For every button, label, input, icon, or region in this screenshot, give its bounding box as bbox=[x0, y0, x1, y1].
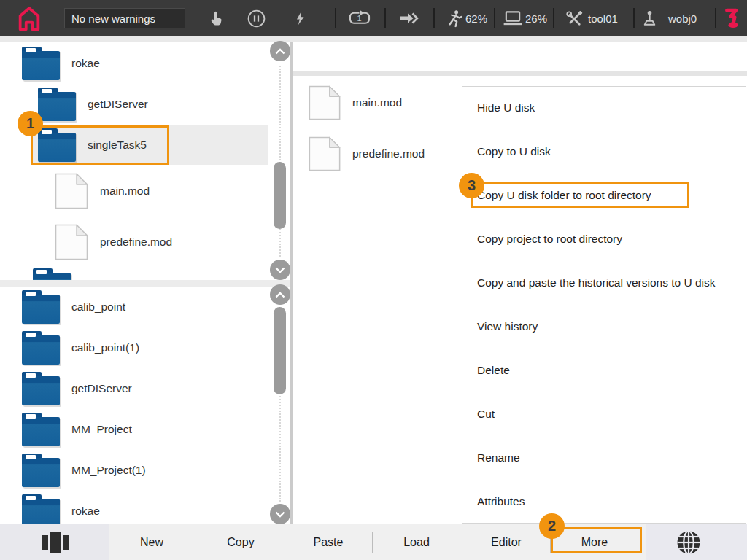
editor-button[interactable]: Editor bbox=[462, 524, 550, 560]
scrollbar-thumb[interactable] bbox=[274, 162, 286, 229]
robot-arm-icon bbox=[723, 7, 742, 30]
lightning-icon bbox=[293, 9, 309, 27]
scroll-up-button[interactable] bbox=[270, 284, 290, 305]
copy-button[interactable]: Copy bbox=[197, 524, 285, 560]
paste-button[interactable]: Paste bbox=[285, 524, 372, 560]
partial-tree-row[interactable] bbox=[0, 268, 277, 280]
fast-forward-icon bbox=[399, 11, 421, 26]
menu-item-cut[interactable]: Cut bbox=[477, 408, 495, 420]
file-icon bbox=[55, 224, 88, 260]
panel-toggle-button[interactable] bbox=[0, 524, 109, 560]
wobj-value: wobj0 bbox=[668, 0, 697, 36]
header-strip bbox=[0, 36, 747, 42]
globe-icon bbox=[675, 529, 703, 556]
robot-menu-button[interactable] bbox=[722, 6, 743, 31]
scroll-down-button[interactable] bbox=[270, 504, 290, 524]
topbar-separator bbox=[335, 8, 336, 28]
menu-item-view-history[interactable]: View history bbox=[477, 321, 538, 332]
topbar-separator bbox=[384, 8, 386, 28]
list-label: getDIServer bbox=[71, 383, 132, 394]
scrollbar-thumb[interactable] bbox=[274, 307, 286, 394]
menu-item-rename[interactable]: Rename bbox=[477, 452, 520, 464]
folder-icon bbox=[38, 88, 76, 121]
jog-mode-button[interactable] bbox=[206, 9, 225, 28]
menu-item-copy-project-to-root[interactable]: Copy project to root directory bbox=[477, 233, 622, 245]
monitor-indicator[interactable] bbox=[503, 10, 523, 26]
scroll-up-icon bbox=[275, 292, 285, 298]
home-button[interactable] bbox=[13, 4, 45, 33]
scroll-down-icon bbox=[275, 267, 285, 273]
folder-icon bbox=[22, 454, 60, 487]
callout-badge-step1: 1 bbox=[18, 111, 43, 136]
step-mode-button[interactable] bbox=[399, 11, 421, 26]
callout-rect-step2 bbox=[551, 527, 642, 553]
menu-item-copy-to-u-disk[interactable]: Copy to U disk bbox=[477, 146, 551, 158]
file-label: main.mod bbox=[352, 97, 402, 109]
file-panel-strip bbox=[293, 71, 747, 76]
loop-once-icon: 1 bbox=[347, 9, 372, 27]
hand-pointer-icon bbox=[207, 9, 225, 27]
topbar-separator bbox=[633, 8, 635, 28]
laptop-icon bbox=[503, 10, 523, 26]
scroll-up-button[interactable] bbox=[270, 41, 290, 61]
pause-button[interactable] bbox=[247, 9, 266, 28]
power-events-button[interactable] bbox=[292, 9, 309, 28]
menu-item-attributes[interactable]: Attributes bbox=[477, 496, 525, 508]
menu-item-hide-u-disk[interactable]: Hide U disk bbox=[477, 102, 535, 114]
new-button[interactable]: New bbox=[108, 524, 196, 560]
context-menu: Hide U disk Copy to U disk Copy U disk f… bbox=[462, 86, 746, 524]
list-label: MM_Project bbox=[71, 424, 132, 435]
warning-status[interactable]: No new warnings bbox=[64, 8, 185, 28]
load-button[interactable]: Load bbox=[373, 524, 460, 560]
scroll-up-icon bbox=[275, 48, 285, 55]
monitor-value: 26% bbox=[525, 0, 547, 36]
teach-pendant-file-manager: No new warnings 1 bbox=[0, 0, 747, 560]
list-label: calib_point bbox=[71, 301, 125, 313]
folder-icon bbox=[33, 268, 71, 280]
pause-circle-icon bbox=[247, 9, 266, 28]
wobj-indicator[interactable] bbox=[640, 9, 659, 28]
run-mode-button[interactable]: 1 bbox=[347, 9, 372, 27]
home-icon bbox=[15, 4, 43, 32]
tool-indicator[interactable] bbox=[565, 9, 584, 28]
top-status-bar: No new warnings 1 bbox=[0, 0, 747, 36]
topbar-separator bbox=[433, 8, 435, 28]
callout-rect-step1 bbox=[31, 125, 169, 165]
topbar-separator bbox=[553, 8, 554, 28]
list-label: calib_point(1) bbox=[71, 342, 139, 354]
runner-icon bbox=[445, 9, 463, 28]
file-icon bbox=[55, 173, 88, 209]
folder-icon bbox=[22, 47, 60, 80]
joystick-icon bbox=[640, 9, 659, 28]
tree-label: rokae bbox=[71, 58, 100, 69]
tools-icon bbox=[565, 9, 584, 28]
list-label: MM_Project(1) bbox=[71, 464, 146, 476]
topbar-separator bbox=[715, 8, 716, 28]
tree-label: main.mod bbox=[100, 185, 150, 197]
folder-icon bbox=[22, 290, 60, 324]
folder-icon bbox=[22, 372, 60, 405]
folder-icon bbox=[22, 413, 60, 446]
speed-indicator[interactable] bbox=[444, 9, 463, 28]
folder-icon bbox=[22, 331, 60, 365]
callout-badge-step3: 3 bbox=[459, 173, 484, 198]
panel-vertical-divider bbox=[290, 42, 293, 524]
scroll-down-icon bbox=[275, 511, 285, 518]
warning-text: No new warnings bbox=[71, 12, 155, 25]
loop-count: 1 bbox=[357, 14, 361, 23]
callout-rect-step3 bbox=[471, 182, 689, 208]
tree-label: predefine.mod bbox=[100, 236, 172, 248]
speed-value: 62% bbox=[465, 0, 487, 36]
topbar-separator bbox=[494, 8, 495, 28]
file-icon bbox=[308, 85, 341, 120]
tree-label: getDIServer bbox=[88, 98, 148, 110]
list-label: rokae bbox=[71, 505, 100, 517]
menu-item-delete[interactable]: Delete bbox=[477, 365, 510, 376]
panel-divider bbox=[0, 280, 292, 287]
toolbar-separator bbox=[196, 532, 196, 553]
menu-item-copy-historical-versions[interactable]: Copy and paste the historical versions t… bbox=[477, 277, 716, 289]
callout-badge-step2: 2 bbox=[539, 513, 565, 539]
file-label: predefine.mod bbox=[352, 148, 425, 160]
language-button[interactable] bbox=[646, 524, 747, 560]
scroll-down-button[interactable] bbox=[270, 260, 290, 280]
